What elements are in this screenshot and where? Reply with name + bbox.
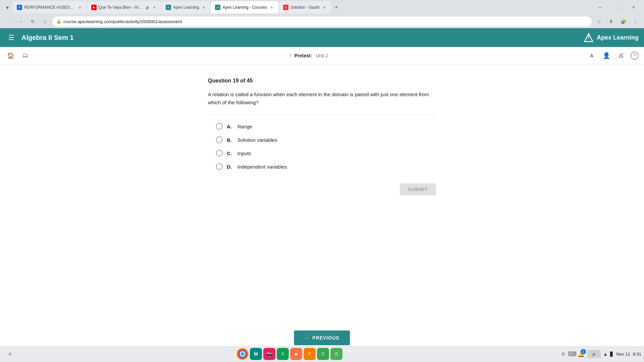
taskbar-forms-icon[interactable]: F — [304, 348, 316, 360]
home-toolbar-button[interactable]: 🏠 — [5, 50, 16, 61]
option-d[interactable]: D. Independent variables — [216, 163, 436, 170]
taskbar-photos-icon[interactable]: 📷 — [263, 348, 275, 360]
taskbar-time: 9:31 — [633, 352, 641, 357]
option-b[interactable]: B. Solution variables — [216, 136, 436, 143]
taskbar: ○ M 📷 S ▶ F C G ≡ ⌨ 🔔 2 — [0, 346, 644, 362]
option-d-letter: D. — [227, 164, 233, 170]
hamburger-menu-button[interactable]: ☰ — [5, 32, 17, 44]
up-arrow-icon: ↑ — [289, 53, 292, 59]
back-button[interactable]: ← — [4, 17, 13, 26]
taskbar-chrome-icon[interactable] — [236, 348, 249, 360]
option-c[interactable]: C. Inputs — [216, 150, 436, 157]
option-c-text: Inputs — [237, 150, 251, 156]
pretest-label: Pretest: — [294, 53, 312, 58]
tab5-title: Solution - Gauth — [290, 5, 320, 10]
taskbar-date: Nov 11 — [616, 352, 630, 357]
tab1-favicon: P — [17, 5, 22, 10]
taskbar-battery-icon: ▊ — [610, 352, 613, 357]
option-a-letter: A. — [227, 124, 233, 129]
tab4-close-button[interactable]: ✕ — [269, 5, 274, 10]
tab4-title: Apex Learning - Courses — [222, 5, 267, 10]
option-d-text: Independent variables — [237, 164, 287, 170]
profile-button[interactable]: 👤 — [601, 50, 612, 61]
tab3-close-button[interactable]: ✕ — [201, 5, 206, 10]
download-button[interactable]: ⬇ — [606, 17, 616, 26]
tab3-favicon: A — [166, 5, 171, 10]
radio-d[interactable] — [216, 163, 223, 170]
taskbar-keyboard-icon[interactable]: ⌨ — [568, 350, 577, 358]
option-c-letter: C. — [227, 150, 233, 156]
main-content: Question 19 of 45 A relation is called a… — [0, 64, 644, 362]
taskbar-meet-icon[interactable]: M — [250, 348, 262, 360]
taskbar-slides-icon[interactable]: ▶ — [290, 348, 302, 360]
option-b-letter: B. — [227, 137, 233, 143]
taskbar-list-icon[interactable]: ≡ — [561, 351, 565, 358]
pretest-info: ↑ Pretest: Unit 2 — [289, 53, 328, 59]
forward-button[interactable]: → — [16, 17, 25, 26]
home-button[interactable]: ⌂ — [40, 17, 50, 26]
pretest-unit: Unit 2 — [316, 53, 328, 58]
option-a[interactable]: A. Range — [216, 123, 436, 130]
translate-button[interactable]: A — [586, 50, 597, 61]
tab1-close-button[interactable]: ✕ — [77, 5, 83, 10]
tab-solution-gauth[interactable]: G Solution - Gauth ✕ — [279, 1, 331, 13]
question-number: Question 19 of 45 — [208, 78, 436, 84]
radio-a[interactable] — [216, 123, 223, 130]
reload-button[interactable]: ↻ — [28, 17, 38, 26]
arrow-left-icon: ← — [305, 335, 310, 341]
print-button[interactable]: 🖨 — [616, 50, 627, 61]
toolbar: 🏠 🗂 ↑ Pretest: Unit 2 A 👤 🖨 ? — [0, 47, 644, 64]
close-window-button[interactable]: ✕ — [626, 2, 641, 13]
more-options-button[interactable]: ⋮ — [631, 17, 640, 26]
app-title: Algebra II Sem 1 — [21, 34, 583, 42]
new-tab-button[interactable]: + — [332, 3, 341, 12]
divider — [208, 115, 436, 115]
previous-button[interactable]: ← PREVIOUS — [294, 330, 350, 345]
previous-button-area: ← PREVIOUS — [294, 330, 350, 345]
tab1-title: PERFORMANCE ASSESSMENT — [24, 5, 75, 10]
chevron-down-icon: ▾ — [6, 4, 9, 11]
answer-options: A. Range B. Solution variables C. Inputs — [208, 123, 436, 170]
submit-button[interactable]: SUBMIT — [400, 183, 436, 195]
tab2-favicon: ▶ — [91, 5, 97, 10]
menu-icon: ☰ — [8, 34, 14, 42]
question-text: A relation is called a function when eac… — [208, 90, 436, 107]
notification-count: 2 — [582, 350, 584, 354]
tab5-close-button[interactable]: ✕ — [322, 5, 327, 10]
tab5-favicon: G — [283, 5, 288, 10]
tab3-title: Apex Learning — [173, 5, 199, 10]
taskbar-search-button[interactable]: ○ — [3, 347, 17, 361]
bookmark-button[interactable]: ☆ — [594, 17, 604, 26]
app-header: ☰ Algebra II Sem 1 Apex Learning — [0, 28, 644, 47]
help-button[interactable]: ? — [631, 52, 639, 60]
taskbar-sheets-icon[interactable]: S — [277, 348, 289, 360]
lock-icon: 🔒 — [56, 19, 61, 24]
tab-apex-learning[interactable]: A Apex Learning ✕ — [162, 1, 210, 13]
tab-youtube[interactable]: ▶ Que Te Vaya Bien - YouTub… 🔊 ✕ — [87, 1, 161, 13]
radio-b[interactable] — [216, 136, 223, 143]
notification-badge: 2 — [581, 349, 586, 354]
option-a-text: Range — [237, 124, 252, 129]
taskbar-wifi-icon[interactable]: ▲ — [603, 352, 608, 357]
taskbar-classroom-icon[interactable]: C — [317, 348, 329, 360]
volume-control[interactable]: 🔊 — [587, 350, 601, 358]
apex-logo-icon — [583, 32, 594, 43]
apex-logo-text: Apex Learning — [597, 34, 639, 41]
tab2-close-button[interactable]: ✕ — [152, 5, 157, 10]
minimize-button[interactable]: — — [592, 2, 608, 13]
tab4-favicon: A — [215, 5, 220, 10]
url-text: course.apexlearning.com/public/activity/… — [63, 19, 588, 24]
maximize-button[interactable]: ⬜ — [609, 2, 625, 13]
briefcase-toolbar-button[interactable]: 🗂 — [20, 50, 31, 61]
tab-apex-learning-courses[interactable]: A Apex Learning - Courses ✕ — [211, 1, 278, 13]
tab-list-button[interactable]: ▾ — [3, 3, 12, 12]
tab2-audio-icon: 🔊 — [146, 6, 150, 9]
option-b-text: Solution variables — [237, 137, 277, 143]
extensions-button[interactable]: 🧩 — [619, 17, 628, 26]
address-bar-input[interactable]: 🔒 course.apexlearning.com/public/activit… — [52, 16, 592, 26]
taskbar-gauth-icon[interactable]: G — [330, 348, 342, 360]
previous-label: PREVIOUS — [312, 335, 339, 341]
radio-c[interactable] — [216, 150, 223, 157]
tab-performance-assessment[interactable]: P PERFORMANCE ASSESSMENT ✕ — [13, 1, 87, 13]
apex-learning-logo: Apex Learning — [583, 32, 639, 43]
